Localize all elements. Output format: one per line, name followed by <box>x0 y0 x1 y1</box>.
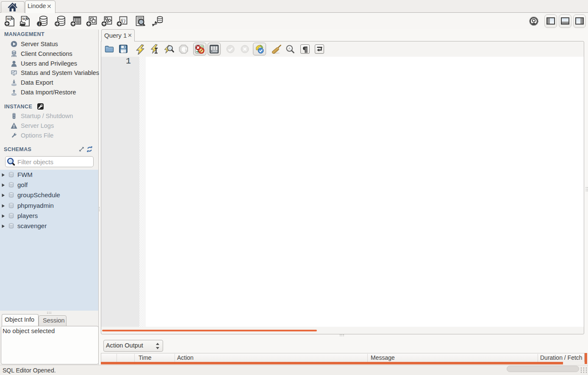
svg-text:i: i <box>39 22 40 26</box>
svg-text:A: A <box>288 47 291 50</box>
svg-text:SQL: SQL <box>7 17 13 21</box>
svg-text:SQL: SQL <box>22 17 28 21</box>
